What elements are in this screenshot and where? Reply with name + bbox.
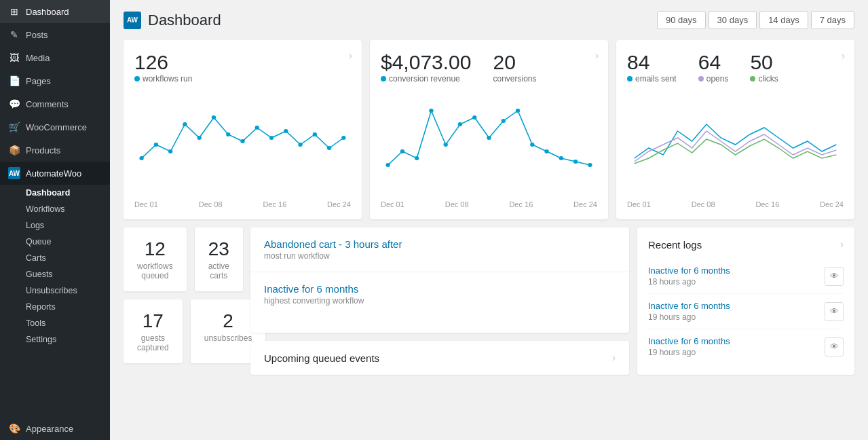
sidebar-item-appearance[interactable]: 🎨 Appearance bbox=[0, 417, 110, 440]
stats-row: › 126 workflows run bbox=[124, 40, 854, 219]
automatewoo-icon: AW bbox=[8, 167, 20, 179]
workflows-chart bbox=[134, 90, 351, 199]
svg-point-28 bbox=[573, 160, 578, 164]
sidebar-item-dashboard[interactable]: ⊞ Dashboard bbox=[0, 0, 110, 23]
sidebar-sub-tools[interactable]: Tools bbox=[0, 315, 110, 331]
sidebar-item-automatewoo[interactable]: AW AutomateWoo bbox=[0, 162, 110, 185]
svg-point-23 bbox=[502, 119, 506, 123]
chart3-dates: Dec 01 Dec 08 Dec 16 Dec 24 bbox=[627, 200, 844, 208]
unsubscribes-number: 2 bbox=[204, 310, 252, 332]
center-cards: Abandoned cart - 3 hours after most run … bbox=[250, 227, 629, 375]
sidebar-item-products[interactable]: 📦 Products bbox=[0, 139, 110, 162]
opens-group: 64 opens bbox=[698, 51, 729, 84]
upcoming-arrow[interactable]: › bbox=[612, 352, 616, 364]
emails-card: › 84 emails sent 64 opens bbox=[616, 40, 854, 219]
revenue-group: $4,073.00 conversion revenue bbox=[381, 51, 471, 84]
small-stats-top: 12 workflows queued 23 active carts bbox=[124, 227, 242, 291]
workflows-queued-card: 12 workflows queued bbox=[124, 227, 187, 291]
log-title-2[interactable]: Inactive for 6 months bbox=[648, 336, 730, 346]
svg-point-27 bbox=[559, 156, 563, 160]
log-time-2: 19 hours ago bbox=[648, 348, 730, 357]
svg-point-1 bbox=[154, 143, 158, 147]
svg-point-8 bbox=[255, 126, 259, 130]
log-eye-0[interactable]: 👁 bbox=[825, 267, 844, 286]
conversions-label: conversions bbox=[493, 74, 536, 84]
emails-numbers: 84 emails sent 64 opens 50 bbox=[627, 51, 844, 84]
svg-point-19 bbox=[444, 143, 448, 147]
filter-30-days[interactable]: 30 days bbox=[709, 11, 757, 29]
workflows-run-number: 126 bbox=[134, 51, 351, 74]
sidebar-sub-settings[interactable]: Settings bbox=[0, 331, 110, 348]
workflows-card-arrow[interactable]: › bbox=[349, 50, 352, 62]
sidebar-item-woocommerce[interactable]: 🛒 WooCommerce bbox=[0, 115, 110, 139]
filter-14-days[interactable]: 14 days bbox=[759, 11, 808, 29]
page-header: AW Dashboard 90 days 30 days 14 days 7 d… bbox=[124, 11, 854, 29]
filter-90-days[interactable]: 90 days bbox=[657, 11, 706, 29]
page-title: Dashboard bbox=[148, 12, 221, 29]
log-title-1[interactable]: Inactive for 6 months bbox=[648, 301, 730, 311]
log-time-0: 18 hours ago bbox=[648, 277, 730, 287]
sidebar-sub-guests[interactable]: Guests bbox=[0, 266, 110, 282]
revenue-label: conversion revenue bbox=[381, 74, 471, 84]
log-item-0: Inactive for 6 months 18 hours ago 👁 bbox=[648, 259, 844, 294]
emails-label: emails sent bbox=[627, 74, 677, 84]
posts-icon: ✎ bbox=[8, 29, 20, 41]
sidebar-item-posts[interactable]: ✎ Posts bbox=[0, 23, 110, 46]
revenue-card: › $4,073.00 conversion revenue 20 conver… bbox=[370, 40, 608, 219]
workflows-queued-label: workflows queued bbox=[137, 261, 173, 280]
opens-label: opens bbox=[698, 74, 729, 84]
workflow-title-2[interactable]: Inactive for 6 months bbox=[264, 283, 616, 295]
sidebar-sub-queue[interactable]: Queue bbox=[0, 234, 110, 250]
sidebar-sub-carts[interactable]: Carts bbox=[0, 250, 110, 266]
small-stats-bottom: 17 guests captured 2 unsubscribes bbox=[124, 299, 242, 363]
recent-logs-card: Recent logs › Inactive for 6 months 18 h… bbox=[637, 227, 854, 375]
comments-icon: 💬 bbox=[8, 98, 20, 110]
log-info-0: Inactive for 6 months 18 hours ago bbox=[648, 265, 730, 287]
woocommerce-icon: 🛒 bbox=[8, 121, 20, 133]
svg-point-11 bbox=[298, 143, 302, 147]
revenue-chart bbox=[381, 90, 597, 199]
log-info-2: Inactive for 6 months 19 hours ago bbox=[648, 336, 730, 357]
log-item-1: Inactive for 6 months 19 hours ago 👁 bbox=[648, 294, 844, 329]
svg-point-4 bbox=[197, 136, 202, 140]
sidebar-sub-dashboard[interactable]: Dashboard bbox=[0, 185, 110, 201]
svg-point-16 bbox=[400, 149, 404, 153]
svg-point-17 bbox=[415, 156, 419, 160]
sidebar-sub-logs[interactable]: Logs bbox=[0, 217, 110, 234]
revenue-numbers: $4,073.00 conversion revenue 20 conversi… bbox=[381, 51, 597, 84]
upcoming-title: Upcoming queued events › bbox=[264, 352, 616, 364]
recent-logs-arrow[interactable]: › bbox=[840, 238, 844, 251]
sidebar-item-comments[interactable]: 💬 Comments bbox=[0, 92, 110, 115]
recent-logs-header: Recent logs › bbox=[648, 238, 844, 251]
sidebar-sub-unsubscribes[interactable]: Unsubscribes bbox=[0, 282, 110, 299]
sidebar-item-media[interactable]: 🖼 Media bbox=[0, 46, 110, 69]
revenue-card-arrow[interactable]: › bbox=[595, 50, 599, 62]
svg-point-7 bbox=[240, 139, 244, 143]
chart1-dates: Dec 01 Dec 08 Dec 16 Dec 24 bbox=[134, 200, 351, 208]
conversions-number: 20 bbox=[493, 51, 536, 74]
workflow-cards: Abandoned cart - 3 hours after most run … bbox=[250, 227, 629, 333]
log-eye-2[interactable]: 👁 bbox=[825, 337, 844, 356]
main-content: AW Dashboard 90 days 30 days 14 days 7 d… bbox=[110, 0, 868, 440]
opens-dot bbox=[698, 76, 704, 81]
sidebar-item-pages[interactable]: 📄 Pages bbox=[0, 69, 110, 92]
log-eye-1[interactable]: 👁 bbox=[825, 302, 844, 321]
emails-group: 84 emails sent bbox=[627, 51, 677, 84]
log-title-0[interactable]: Inactive for 6 months bbox=[648, 265, 730, 276]
svg-point-10 bbox=[284, 129, 288, 133]
active-carts-card: 23 active carts bbox=[195, 227, 243, 291]
sidebar-sub-reports[interactable]: Reports bbox=[0, 299, 110, 315]
svg-point-25 bbox=[530, 143, 534, 147]
workflows-queued-number: 12 bbox=[137, 238, 173, 260]
svg-point-0 bbox=[139, 156, 143, 160]
emails-card-arrow[interactable]: › bbox=[842, 50, 845, 62]
emails-chart bbox=[627, 90, 844, 199]
revenue-number: $4,073.00 bbox=[381, 51, 471, 74]
emails-number: 84 bbox=[627, 51, 677, 74]
sidebar-sub-workflows[interactable]: Workflows bbox=[0, 201, 110, 217]
filter-7-days[interactable]: 7 days bbox=[811, 11, 854, 29]
emails-dot bbox=[627, 76, 633, 81]
appearance-icon: 🎨 bbox=[8, 422, 20, 435]
workflow-title-1[interactable]: Abandoned cart - 3 hours after bbox=[264, 238, 616, 250]
upcoming-card: Upcoming queued events › bbox=[250, 341, 629, 375]
